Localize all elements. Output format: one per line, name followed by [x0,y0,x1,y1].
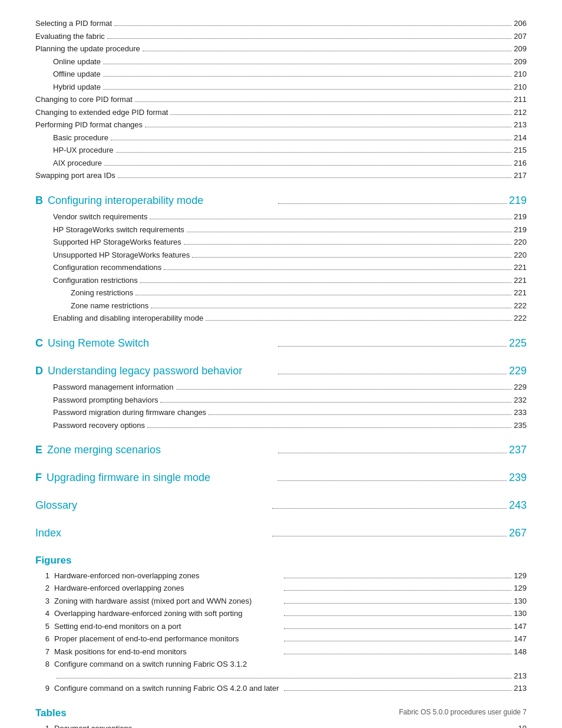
toc-dots [118,177,511,178]
toc-entry-page: 222 [514,312,527,324]
section-letter: D [35,363,43,380]
figure-entry: 7 Mask positions for end-to-end monitors… [35,646,527,658]
figure-label: Setting end-to-end monitors on a port [54,621,282,633]
figure-num: 5 [35,621,49,633]
toc-entry: Online update 209 [35,56,527,68]
figure-page: 130 [514,595,527,607]
toc-entry-label: AIX procedure [53,157,102,169]
figure-dots [284,641,511,641]
figure-label: Configure command on a switch running Fa… [54,658,247,670]
figure-entry: 6 Proper placement of end-to-end perform… [35,633,527,645]
toc-entry-page: 206 [514,18,527,29]
toc-dots [187,232,512,232]
figure-dots [284,654,511,654]
section-title: Using Remote Switch [48,335,276,352]
toc-entry: Changing to core PID format 211 [35,94,527,106]
figure-dots [57,678,511,678]
figure-entry: 5 Setting end-to-end monitors on a port … [35,621,527,633]
toc-entry: Performing PID format changes 213 [35,119,527,131]
toc-dots [103,64,511,64]
toc-sub-entry: Configuration recommendations 221 [35,262,527,274]
toc-dots [104,165,511,166]
toc-entry-page: 220 [514,249,527,261]
figure-num: 8 [35,658,49,670]
toc-sub-entry: Password recovery options 235 [35,420,527,431]
section-page: 239 [509,469,527,486]
section-title: Understanding legacy password behavior [48,363,276,380]
toc-sub-entry: HP StorageWorks switch requirements 219 [35,224,527,236]
toc-entry-label: Configuration restrictions [53,275,138,286]
figure-entry: 9 Configure command on a switch running … [35,683,527,694]
figure-label: Overlapping hardware-enforced zoning wit… [54,608,282,620]
table-page: 10 [518,723,527,728]
figure-entry: 8 Configure command on a switch running … [35,658,527,681]
table-num: 1 [35,723,49,728]
toc-entry-label: HP-UX procedure [53,144,114,156]
toc-entry-label: Basic procedure [53,132,108,144]
toc-entry-label: Planning the update procedure [35,43,140,55]
section-title: Configuring interoperability mode [48,192,276,209]
toc-dots [151,308,511,308]
figure-dots [284,690,511,691]
toc-entry-page: 210 [514,68,527,80]
figure-num: 7 [35,646,49,658]
toc-entry-page: 216 [514,157,527,169]
section-dots [277,480,506,481]
toc-dots [272,536,507,536]
toc-entry-page: 232 [514,394,527,406]
figure-label: Mask positions for end-to-end monitors [54,646,282,658]
figure-page: 148 [514,646,527,658]
toc-entry-page: 221 [514,262,527,274]
toc-entry-label: Selecting a PID format [35,18,112,29]
toc-entry-page: 219 [514,224,527,236]
toc-sub-entry: Unsupported HP StorageWorks features 220 [35,249,527,261]
toc-sub-entry: Supported HP StorageWorks features 220 [35,236,527,248]
toc-entry-page: 233 [514,407,527,419]
toc-entry: AIX procedure 216 [35,157,527,169]
toc-sections: B Configuring interoperability mode 219 … [35,192,527,486]
toc-entry-label: Unsupported HP StorageWorks features [53,249,190,261]
toc-entry-page: 213 [514,119,527,131]
figure-dots [284,628,511,629]
toc-dots [107,38,512,39]
section-page: 237 [509,442,527,459]
toc-sub-entry: Vendor switch requirements 219 [35,211,527,223]
section-letter: F [35,469,42,486]
section-title: Upgrading firmware in single mode [47,469,275,486]
toc-sub-entry: Zoning restrictions 221 [35,287,527,299]
figure-label: Hardware-enforced non-overlapping zones [54,570,282,582]
toc-entry-label: Zone name restrictions [71,300,148,312]
toc-entry: Selecting a PID format 206 [35,18,527,29]
toc-entry: Swapping port area IDs 217 [35,170,527,182]
toc-entry-page: 211 [514,94,527,106]
toc-dots [164,269,511,270]
toc-entry: Planning the update procedure 209 [35,43,527,55]
section-letter: C [35,335,43,352]
toc-entry-label: Enabling and disabling interoperability … [53,312,203,324]
section-dots [278,453,507,453]
figure-entry: 2 Hardware-enforced overlapping zones 12… [35,582,527,594]
toc-entry-label: Swapping port area IDs [35,170,115,182]
toc-entry: Basic procedure 214 [35,132,527,144]
toc-dots [192,257,511,258]
toc-entry-page: 229 [514,381,527,393]
toc-entry-page: 209 [514,43,527,55]
section-title: Zone merging scenarios [47,442,276,459]
toc-special-entry: Glossary 243 [35,497,527,514]
figure-dots [284,578,511,578]
toc-entry-page: 221 [514,275,527,286]
toc-entry-page: 212 [514,107,527,118]
section-heading: C Using Remote Switch 225 [35,335,527,352]
figure-page: 147 [514,633,527,645]
toc-entry-label: Password recovery options [53,420,145,431]
figure-entry: 3 Zoning with hardware assist (mixed por… [35,595,527,607]
toc-sub-entry: Password prompting behaviors 232 [35,394,527,406]
toc-entry-label: Zoning restrictions [71,287,133,299]
toc-entry: Offline update 210 [35,68,527,80]
toc-dots [272,508,507,509]
table-label: Document conventions [54,723,284,728]
section-page: 219 [509,192,527,209]
toc-entry: Changing to extended edge PID format 212 [35,107,527,118]
toc-dots [184,244,512,245]
section-dots [278,203,506,204]
